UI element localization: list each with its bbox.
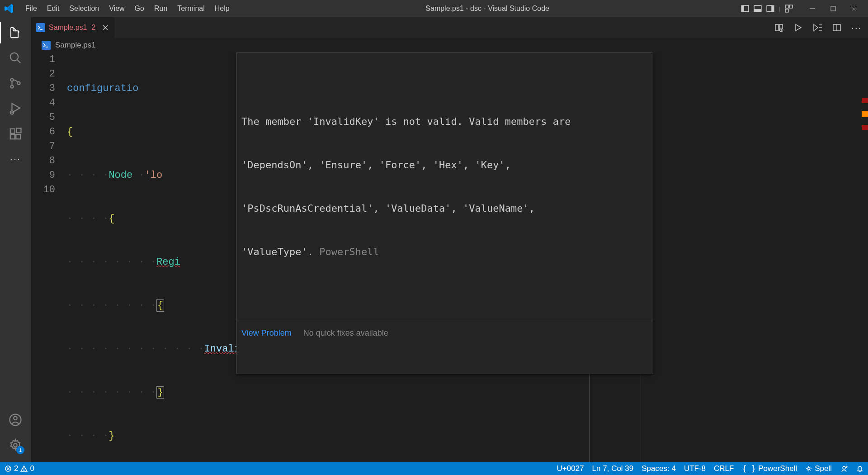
hover-actions: View Problem No quick fixes available — [237, 321, 653, 345]
source-control-icon[interactable] — [5, 72, 26, 94]
notifications-icon[interactable] — [856, 465, 863, 472]
codepoint-status[interactable]: U+0027 — [557, 464, 584, 473]
menu-help[interactable]: Help — [210, 3, 234, 14]
split-editor-icon[interactable] — [832, 23, 841, 32]
window-title: Sample.ps1 - dsc - Visual Studio Code — [234, 5, 741, 13]
code-token: } — [156, 386, 164, 399]
svg-rect-3 — [754, 9, 761, 12]
menu-run[interactable]: Run — [150, 3, 172, 14]
hover-widget: The member 'InvalidKey' is not valid. Va… — [236, 52, 653, 374]
run-debug-icon[interactable] — [5, 98, 26, 119]
svg-point-45 — [808, 468, 810, 470]
svg-rect-6 — [785, 5, 788, 8]
tab-error-badge: 2 — [92, 24, 96, 32]
main-area: ··· 1 Sample.ps1 2 — [0, 17, 868, 462]
line-number-gutter: 1 2 3 4 5 6 7 8 9 10 — [31, 52, 67, 462]
code-token: { — [67, 126, 73, 138]
spell-status[interactable]: Spell — [805, 464, 832, 473]
svg-rect-10 — [831, 6, 835, 11]
svg-point-44 — [24, 470, 24, 471]
error-marker[interactable] — [862, 125, 868, 130]
minimize-button[interactable] — [802, 0, 823, 17]
menu-terminal[interactable]: Terminal — [173, 3, 209, 14]
warning-marker[interactable] — [862, 111, 868, 117]
powershell-file-icon — [36, 23, 45, 32]
maximize-button[interactable] — [823, 0, 844, 17]
svg-rect-5 — [771, 5, 774, 12]
run-icon[interactable] — [793, 23, 802, 32]
tab-bar: Sample.ps1 2 ··· — [31, 17, 868, 38]
more-actions-icon[interactable]: ··· — [851, 23, 862, 33]
accounts-icon[interactable] — [5, 409, 26, 431]
code-token: Node — [108, 170, 132, 181]
code-token-error: Regi — [156, 256, 180, 268]
svg-marker-33 — [814, 24, 818, 31]
menu-go[interactable]: Go — [130, 3, 149, 14]
toggle-panel-icon[interactable] — [754, 5, 762, 13]
indentation-status[interactable]: Spaces: 4 — [642, 464, 676, 473]
scrollbar[interactable] — [862, 52, 868, 462]
more-icon[interactable]: ··· — [5, 148, 26, 170]
view-problem-link[interactable]: View Problem — [241, 326, 292, 340]
layout-buttons: | — [741, 5, 793, 13]
menu-file[interactable]: File — [21, 3, 42, 14]
svg-point-13 — [10, 53, 19, 61]
title-bar: File Edit Selection View Go Run Terminal… — [0, 0, 868, 17]
tab-sample-ps1[interactable]: Sample.ps1 2 — [31, 17, 115, 38]
hover-message: The member 'InvalidKey' is not valid. Va… — [237, 82, 653, 292]
cursor-position-status[interactable]: Ln 7, Col 39 — [592, 464, 634, 473]
problems-status[interactable]: 2 0 — [5, 464, 34, 473]
editor-actions: ··· — [115, 17, 868, 38]
svg-rect-23 — [17, 128, 21, 133]
extensions-icon[interactable] — [5, 123, 26, 145]
encoding-status[interactable]: UTF-8 — [684, 464, 706, 473]
svg-point-16 — [10, 85, 13, 88]
tab-close-icon[interactable] — [102, 24, 109, 31]
close-button[interactable] — [844, 0, 864, 17]
code-token: 'lo — [145, 170, 163, 181]
code-token: { — [156, 299, 164, 312]
customize-layout-icon[interactable] — [785, 5, 793, 13]
breadcrumb[interactable]: Sample.ps1 — [31, 38, 868, 52]
code-token: { — [108, 213, 114, 224]
compare-icon[interactable] — [774, 23, 783, 32]
menu-view[interactable]: View — [104, 3, 129, 14]
code-content[interactable]: configuratio { · · · ·Node ·'lo · · · ·{… — [67, 52, 868, 462]
svg-point-25 — [14, 417, 17, 420]
svg-point-15 — [10, 78, 13, 81]
vscode-logo-icon — [4, 3, 14, 14]
svg-rect-8 — [785, 9, 788, 12]
tab-label: Sample.ps1 — [49, 24, 87, 32]
explorer-icon[interactable] — [5, 22, 26, 43]
svg-rect-1 — [741, 5, 744, 12]
svg-rect-7 — [789, 5, 793, 8]
no-fixes-label: No quick fixes available — [303, 326, 388, 340]
menu-bar: File Edit Selection View Go Run Terminal… — [21, 3, 234, 14]
svg-marker-32 — [796, 24, 801, 31]
breadcrumb-label: Sample.ps1 — [55, 41, 96, 50]
settings-badge: 1 — [16, 446, 24, 454]
feedback-icon[interactable] — [840, 465, 848, 473]
toggle-primary-sidebar-icon[interactable] — [741, 5, 749, 13]
menu-edit[interactable]: Edit — [42, 3, 64, 14]
status-bar: 2 0 U+0027 Ln 7, Col 39 Spaces: 4 UTF-8 … — [0, 462, 868, 475]
svg-line-14 — [17, 60, 21, 63]
activity-bar: ··· 1 — [0, 17, 31, 462]
editor-area: Sample.ps1 2 ··· Sample.ps1 — [31, 17, 868, 462]
eol-status[interactable]: CRLF — [714, 464, 734, 473]
error-marker[interactable] — [862, 98, 868, 103]
language-status[interactable]: { } PowerShell — [742, 464, 797, 473]
search-icon[interactable] — [5, 47, 26, 69]
menu-selection[interactable]: Selection — [65, 3, 104, 14]
run-selection-icon[interactable] — [812, 23, 822, 32]
svg-point-46 — [843, 466, 845, 469]
toggle-secondary-sidebar-icon[interactable] — [766, 5, 774, 13]
powershell-file-icon — [42, 41, 51, 50]
code-editor[interactable]: 1 2 3 4 5 6 7 8 9 10 configuratio { · · … — [31, 52, 868, 462]
svg-rect-20 — [10, 129, 15, 133]
window-controls — [802, 0, 864, 17]
code-token: } — [108, 430, 114, 442]
settings-gear-icon[interactable]: 1 — [5, 434, 26, 456]
svg-rect-22 — [16, 134, 20, 139]
svg-rect-29 — [775, 24, 778, 31]
